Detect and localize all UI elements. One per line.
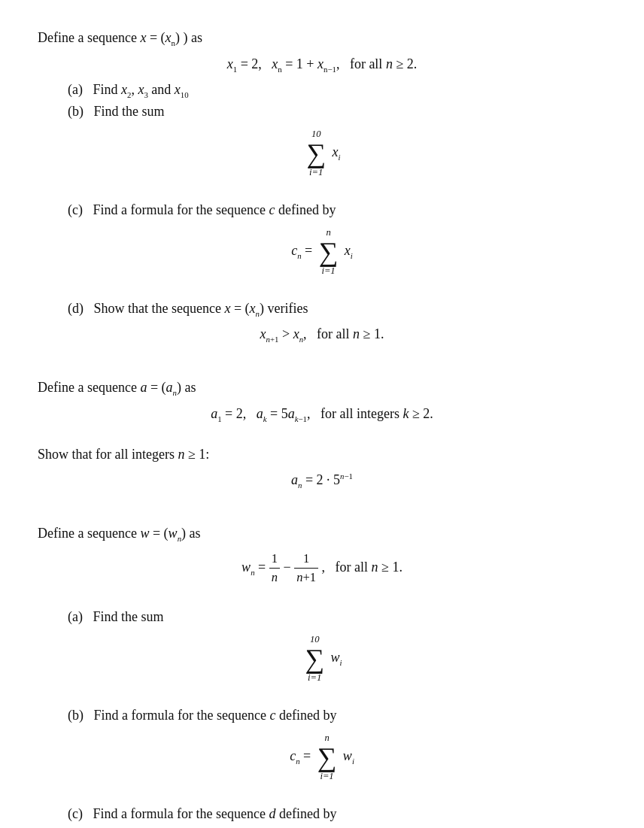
p2-show-text: Show that for all integers n ≥ 1:: [38, 447, 209, 462]
p3-sigma-a-bot: i=1: [305, 672, 324, 684]
p1-inequality: xn+1 > xn, for all n ≥ 1.: [38, 326, 606, 344]
p1-inequality-text: xn+1 > xn, for all n ≥ 1.: [260, 326, 384, 341]
p1-parta-text: Find x2, x3 and x10: [86, 82, 188, 97]
p1-sum-b: 10 ∑ i=1 xi: [38, 129, 606, 178]
p3-frac1-den: n: [269, 569, 280, 585]
p1-sum-c: cn = n ∑ i=1 xi: [38, 227, 606, 277]
p3-frac2-num: 1: [294, 551, 318, 569]
p3-partb-label: (b): [68, 708, 84, 723]
p1-recurrence: x1 = 2, xn = 1 + xn−1, for all n ≥ 2.: [38, 56, 606, 74]
p1-partd-label: (d): [68, 301, 84, 316]
p3-sigma-b-sym: ∑: [317, 744, 337, 771]
p1-parta-label: (a): [68, 82, 83, 97]
p2-define-text: Define a sequence a = (an): [38, 380, 181, 395]
p2-as-text: as: [185, 380, 196, 395]
p3-as-text: as: [190, 526, 201, 541]
p1-sigma-b-var: xi: [333, 144, 341, 159]
p3-partc: (c) Find a formula for the sequence d de…: [68, 806, 606, 822]
p3-sum-b: cn = n ∑ i=1 wi: [38, 732, 606, 782]
p3-define-text: Define a sequence w = (wn): [38, 526, 186, 541]
problem3: Define a sequence w = (wn) as wn = 1 n −…: [38, 526, 606, 828]
p3-recurrence-text: wn = 1 n − 1 n+1 , for all n ≥ 1.: [242, 560, 402, 575]
p1-partb: (b) Find the sum: [68, 104, 606, 120]
p3-frac2-den: n+1: [294, 569, 318, 585]
p1-partc: (c) Find a formula for the sequence c de…: [68, 202, 606, 218]
problem1-intro-line: Define a sequence x = (xn) ) as: [38, 30, 606, 47]
problem2: Define a sequence a = (an) as a1 = 2, ak…: [38, 380, 606, 490]
p3-sum-a: 10 ∑ i=1 wi: [38, 634, 606, 684]
p1-as-text: ) as: [184, 30, 203, 45]
p3-frac1: 1 n: [269, 551, 280, 585]
p2-formula-text: an = 2 · 5n−1: [291, 472, 353, 487]
p2-intro-line: Define a sequence a = (an) as: [38, 380, 606, 397]
p1-partd-text: Show that the sequence x = (xn) verifies: [87, 301, 308, 316]
p1-partd: (d) Show that the sequence x = (xn) veri…: [68, 301, 606, 318]
p3-cn-eq: cn =: [290, 748, 311, 763]
p1-sigma-b-bot: i=1: [306, 167, 326, 178]
p2-show-line: Show that for all integers n ≥ 1:: [38, 447, 606, 463]
p1-cn-eq: cn =: [291, 243, 312, 258]
p3-intro-line: Define a sequence w = (wn) as: [38, 526, 606, 543]
p1-sigma-b: 10 ∑ i=1: [306, 129, 326, 178]
p3-parta: (a) Find the sum: [68, 609, 606, 625]
p1-define-text: Define a sequence x = (xn): [38, 30, 180, 45]
p3-sigma-b: n ∑ i=1: [317, 732, 337, 782]
p1-sigma-b-sym: ∑: [306, 140, 326, 167]
p2-recurrence-text: a1 = 2, ak = 5ak−1, for all integers k ≥…: [211, 406, 433, 421]
p3-partb: (b) Find a formula for the sequence c de…: [68, 708, 606, 723]
p1-sigma-c: n ∑ i=1: [319, 227, 339, 277]
p1-sigma-c-var: xi: [345, 243, 353, 258]
p3-frac2: 1 n+1: [294, 551, 318, 585]
p1-partc-label: (c): [68, 202, 83, 217]
p3-partc-text: Find a formula for the sequence d define…: [86, 806, 336, 821]
p2-formula: an = 2 · 5n−1: [38, 472, 606, 490]
p3-sigma-b-bot: i=1: [317, 771, 337, 782]
p1-partb-label: (b): [68, 104, 84, 119]
p3-frac1-num: 1: [269, 551, 280, 569]
p3-sigma-b-var: wi: [343, 748, 354, 763]
p1-recurrence-text: x1 = 2, xn = 1 + xn−1, for all n ≥ 2.: [227, 56, 418, 71]
p3-sigma-a-var: wi: [331, 650, 342, 665]
p3-sigma-a-sym: ∑: [305, 645, 324, 672]
p3-sigma-a: 10 ∑ i=1: [305, 634, 324, 684]
p1-partc-text: Find a formula for the sequence c define…: [86, 202, 336, 217]
p3-parta-label: (a): [68, 609, 83, 624]
p1-partb-text: Find the sum: [87, 104, 165, 119]
p1-sigma-c-bot: i=1: [319, 265, 339, 277]
p2-recurrence: a1 = 2, ak = 5ak−1, for all integers k ≥…: [38, 406, 606, 423]
p3-recurrence: wn = 1 n − 1 n+1 , for all n ≥ 1.: [38, 551, 606, 585]
p1-sigma-c-sym: ∑: [319, 238, 339, 265]
p3-partc-label: (c): [68, 806, 83, 821]
p1-parta: (a) Find x2, x3 and x10: [68, 82, 606, 99]
p3-parta-text: Find the sum: [86, 609, 163, 624]
p3-partb-text: Find a formula for the sequence c define…: [87, 708, 337, 723]
problem1: Define a sequence x = (xn) ) as x1 = 2, …: [38, 30, 606, 344]
